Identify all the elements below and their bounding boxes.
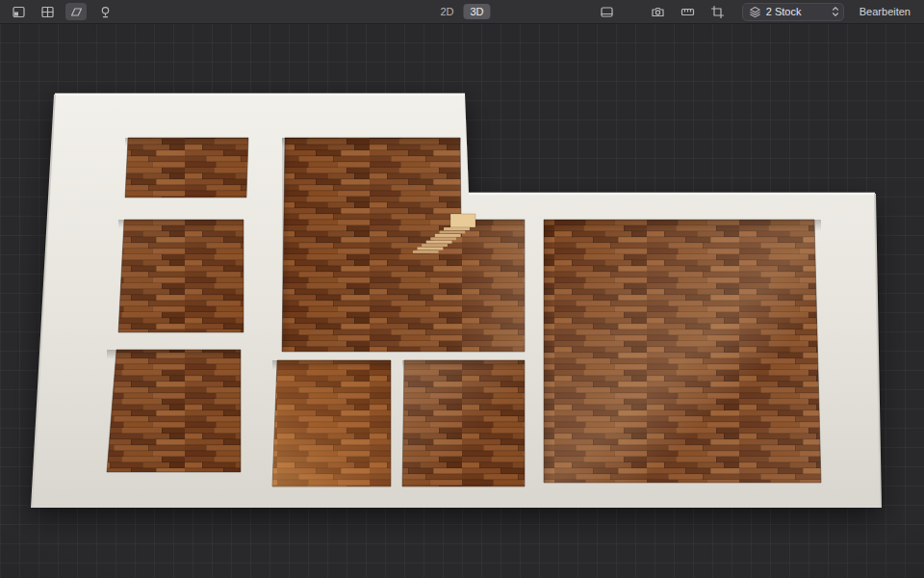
edit-button[interactable]: Bearbeiten [856,4,914,19]
floor-selector-value: 2 Stock [766,6,827,17]
room-bottom-center-right[interactable] [402,360,525,486]
viewport[interactable] [0,23,924,578]
camera-icon[interactable] [648,3,669,20]
crop-icon[interactable] [707,3,729,20]
toolbar: 2D 3D [0,0,924,24]
floor-tool-icon[interactable] [65,3,87,20]
view-2d-button[interactable]: 2D [433,4,460,19]
room-mid-left[interactable] [118,220,244,332]
toolbar-right-group: 2 Stock Bearbeiten [588,3,924,21]
panel-bottom-icon[interactable] [597,3,618,20]
light-icon[interactable] [94,3,116,20]
app-window: 2D 3D [0,0,924,578]
room-right-large[interactable] [544,220,821,483]
layers-icon [749,6,761,18]
floorplan-3d-view[interactable] [0,23,924,578]
room-bottom-left[interactable] [107,350,241,472]
view-mode-toggle: 2D 3D [433,0,490,23]
view-3d-button[interactable]: 3D [464,4,491,19]
ruler-icon[interactable] [678,3,699,20]
floor-selector-dropdown[interactable]: 2 Stock [742,3,844,21]
panels-icon[interactable] [8,3,29,20]
chevron-up-down-icon [832,6,839,17]
room-top-left[interactable] [125,138,248,197]
room-bottom-center-left[interactable] [272,360,391,486]
grid-icon[interactable] [37,3,58,20]
toolbar-left-group [0,3,116,20]
room-center[interactable] [282,138,525,352]
